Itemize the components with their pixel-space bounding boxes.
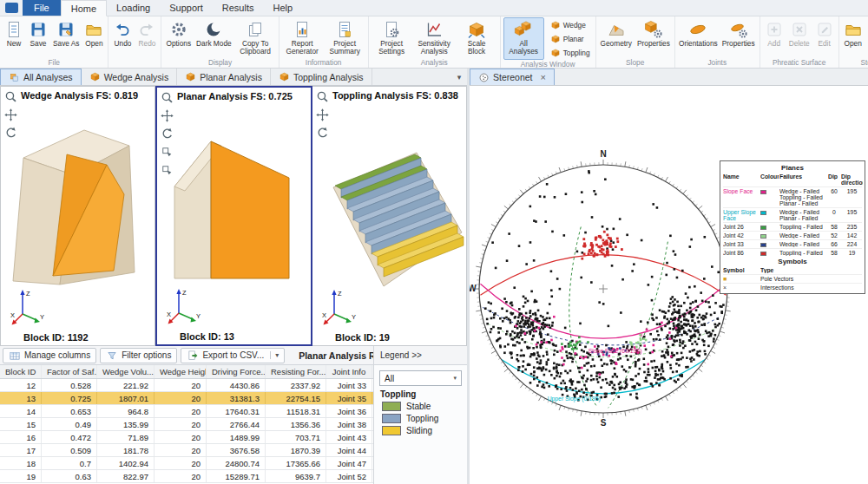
ribbon-button-all-analyses[interactable]: All Analyses — [503, 17, 544, 60]
orbit-tool[interactable] — [315, 126, 329, 140]
ribbon-button-open[interactable]: Open — [82, 17, 105, 58]
wedge-3d-view[interactable] — [1, 102, 155, 311]
ribbon-button-undo[interactable]: Undo — [111, 17, 134, 58]
table-cell: 18 — [0, 457, 42, 469]
table-cell: 0.7 — [42, 457, 97, 469]
table-row[interactable]: 120.528221.92204430.862337.92Joint 33 — [0, 379, 373, 392]
table-row[interactable]: 170.509181.78203676.581870.39Joint 44 — [0, 444, 373, 457]
table-row[interactable]: 190.63822.972015289.719639.7Joint 52 — [0, 470, 373, 483]
zoom-tool[interactable] — [160, 90, 174, 104]
plane-annotation: Slope Face (60/195) — [589, 348, 642, 355]
ribbon-button-copy-to-clipboard[interactable]: Copy To Clipboard — [235, 17, 276, 58]
legend-header[interactable]: Legend >> — [374, 346, 467, 365]
ribbon-button-geometry[interactable]: Geometry — [599, 17, 634, 58]
table-row[interactable]: 140.653964.82017640.3111518.31Joint 36 — [0, 405, 373, 418]
chevron-down-icon[interactable]: ▾ — [451, 69, 467, 85]
plane-colour — [760, 209, 779, 215]
ribbon-button-properties[interactable]: Properties — [720, 17, 757, 58]
ribbon-group-analysis: Project SettingsSensitivity AnalysisScal… — [369, 16, 501, 68]
table-row[interactable]: 160.47271.89201489.99703.71Joint 43 — [0, 431, 373, 444]
pan-tool[interactable] — [160, 108, 174, 122]
ribbon-button-new[interactable]: New — [3, 17, 25, 58]
results-table: Block IDFactor of Saf...Wedge Volu...Wed… — [0, 365, 373, 484]
ribbon-button-toppling[interactable]: Toppling — [547, 47, 594, 60]
table-row[interactable]: 180.71402.942024800.7417365.66Joint 47 — [0, 457, 373, 470]
ribbon-button-project-settings[interactable]: Project Settings — [372, 17, 412, 58]
menu-support[interactable]: Support — [160, 0, 213, 16]
menu-loading[interactable]: Loading — [107, 0, 160, 16]
plane-row: Slope FaceWedge - FailedToppling - Faile… — [723, 186, 862, 207]
viewport-toppling[interactable]: Toppling Analysis FS: 0.838 — [312, 86, 467, 346]
tab-all-analyses[interactable]: All Analyses — [0, 69, 82, 85]
ribbon-button-save-as[interactable]: Save As — [51, 17, 81, 58]
column-header[interactable]: Joint Info — [326, 365, 372, 378]
ribbon-button-scale-block[interactable]: Scale Block — [457, 17, 497, 58]
manage-columns-button[interactable]: Manage columns — [3, 348, 96, 363]
tab-stereonet[interactable]: Stereonet× — [470, 69, 555, 85]
tab-toppling-analysis[interactable]: Toppling Analysis — [271, 69, 372, 85]
toppling-3d-view[interactable] — [312, 102, 467, 311]
select-tool[interactable] — [160, 163, 174, 177]
plane-row: Joint 26Toppling - Failed58235 — [723, 222, 862, 231]
table-cell: 964.8 — [97, 405, 155, 417]
ribbon-button-wedge[interactable]: Wedge — [547, 19, 594, 32]
menu-home[interactable]: Home — [61, 0, 107, 16]
column-header[interactable]: Block ID — [0, 365, 42, 378]
ribbon-button-redo[interactable]: Redo — [135, 17, 158, 58]
column-header[interactable]: Wedge Volu... — [97, 365, 155, 378]
column-header[interactable]: Resisting For... — [266, 365, 326, 378]
ribbon-button-project-summary[interactable]: Project Summary — [325, 17, 365, 58]
filter-options-button[interactable]: Filter options — [100, 348, 177, 363]
pan-tool[interactable] — [3, 108, 17, 121]
legend-swatch — [382, 402, 401, 411]
viewport-title: Wedge Analysis FS: 0.819 — [21, 90, 138, 101]
table-cell: 31381.3 — [207, 392, 266, 404]
zoom-tool[interactable] — [3, 89, 17, 103]
select-tool[interactable] — [160, 145, 174, 159]
ribbon-button-planar[interactable]: Planar — [547, 33, 594, 46]
table-row[interactable]: 130.7251807.012031381.322754.15Joint 35 — [0, 392, 373, 405]
viewport-planar[interactable]: Planar Analysis FS: 0.725 Z Y X Block ID… — [155, 86, 312, 346]
menu-help[interactable]: Help — [263, 0, 302, 16]
orbit-tool[interactable] — [160, 127, 174, 141]
viewport-wedge[interactable]: Wedge Analysis FS: 0.819 Z Y X Block — [0, 86, 155, 346]
ribbon-button-add[interactable]: Add — [763, 17, 786, 58]
column-header[interactable]: Factor of Saf... — [42, 365, 97, 378]
ribbon-button-save[interactable]: Save — [27, 17, 49, 58]
ribbon-button-options[interactable]: Options — [164, 17, 193, 58]
boxsel-icon — [161, 165, 173, 176]
plane-name: Upper Slope Face — [723, 209, 760, 221]
menu-results[interactable]: Results — [213, 0, 264, 16]
svg-text:Y: Y — [196, 312, 201, 320]
column-header[interactable]: Wedge Heigh... — [155, 365, 207, 378]
ribbon-group-label: Stereonet — [841, 58, 868, 68]
plane-colour — [760, 250, 779, 256]
tab-wedge-analysis[interactable]: Wedge Analysis — [82, 69, 178, 85]
ribbon-button-dark-mode[interactable]: Dark Mode — [194, 17, 233, 58]
zoom-tool[interactable] — [315, 89, 329, 103]
app-icon — [5, 3, 18, 13]
pan-tool[interactable] — [315, 108, 329, 121]
column-header[interactable]: Driving Force... — [207, 365, 266, 378]
export-csv-button[interactable]: Export to CSV... ▾ — [181, 348, 285, 363]
ribbon-button-delete[interactable]: Delete — [787, 17, 812, 58]
menu-file[interactable]: File — [23, 0, 61, 16]
ribbon-button-properties[interactable]: Properties — [635, 17, 672, 58]
ribbon-button-report-generator[interactable]: Report Generator — [282, 17, 323, 58]
ribbon-button-open[interactable]: Open — [842, 17, 865, 58]
ribbon-button-sensitivity-analysis[interactable]: Sensitivity Analysis — [414, 17, 455, 58]
plane-colour — [760, 232, 779, 239]
plane-name: Slope Face — [723, 188, 760, 194]
chevron-down-icon[interactable]: ▾ — [270, 351, 279, 359]
table-row[interactable]: 150.49135.99202766.441356.36Joint 38 — [0, 418, 373, 431]
table-cell: 20 — [155, 392, 207, 404]
legend-filter-select[interactable]: All ▾ — [379, 370, 462, 386]
tab-planar-analysis[interactable]: Planar Analysis — [177, 69, 271, 85]
csv-icon — [187, 350, 199, 362]
titlebar: File HomeLoadingSupportResultsHelp — [0, 0, 868, 16]
ribbon-button-orientations[interactable]: Orientations — [678, 17, 719, 58]
orbit-tool[interactable] — [3, 126, 17, 140]
planar-3d-view[interactable] — [157, 103, 312, 311]
ribbon-button-edit[interactable]: Edit — [813, 17, 836, 58]
close-icon[interactable]: × — [541, 73, 546, 82]
